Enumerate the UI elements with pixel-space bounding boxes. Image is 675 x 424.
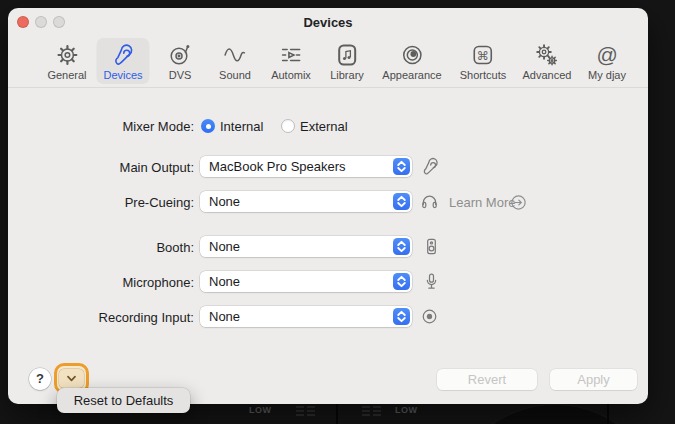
headphones-icon: [420, 192, 439, 211]
booth-label: Booth:: [156, 240, 194, 255]
command-key-icon: ⌘: [470, 42, 496, 68]
pre-cueing-select[interactable]: None: [200, 191, 412, 212]
svg-text:⌘: ⌘: [477, 49, 489, 63]
tab-label: Sound: [219, 69, 251, 81]
selected-value: None: [209, 306, 240, 327]
tab-label: Appearance: [382, 69, 441, 81]
appearance-eye-icon: [399, 42, 425, 68]
speaker-horn-icon: [110, 42, 136, 68]
main-output-select[interactable]: MacBook Pro Speakers: [200, 156, 412, 177]
eq-low-label: LOW: [249, 405, 272, 415]
main-output-label: Main Output:: [120, 160, 194, 175]
jog-wheel-arc: [455, 404, 655, 424]
menu-item-reset-to-defaults[interactable]: Reset to Defaults: [57, 388, 190, 413]
booth-select[interactable]: None: [200, 236, 412, 257]
microphone-label: Microphone:: [122, 275, 194, 290]
screen: LOW LOW Devices General: [0, 0, 675, 424]
stepper-chevrons-icon[interactable]: [393, 238, 410, 255]
tab-advanced[interactable]: Advanced: [516, 38, 579, 84]
tab-devices[interactable]: Devices: [96, 38, 149, 84]
tab-label: General: [47, 69, 86, 81]
learn-more-link[interactable]: Learn More: [449, 195, 515, 210]
booth-speaker-icon: [422, 237, 441, 256]
stepper-chevrons-icon[interactable]: [393, 158, 410, 175]
tab-appearance[interactable]: Appearance: [375, 38, 448, 84]
revert-button[interactable]: Revert: [437, 369, 537, 390]
microphone-icon: [422, 272, 441, 291]
radio-internal-label: Internal: [220, 119, 263, 134]
music-note-icon: [334, 42, 360, 68]
recording-input-label: Recording Input:: [99, 310, 194, 325]
tab-automix[interactable]: Automix: [264, 38, 318, 84]
arrow-right-circle-icon[interactable]: [511, 195, 526, 210]
turntable-icon: [167, 42, 193, 68]
tab-library[interactable]: Library: [323, 38, 371, 84]
stepper-chevrons-icon[interactable]: [393, 193, 410, 210]
apply-button[interactable]: Apply: [550, 369, 637, 390]
automix-playlist-icon: [278, 42, 304, 68]
preferences-window: Devices General Devices: [8, 8, 648, 404]
tab-sound[interactable]: Sound: [212, 38, 258, 84]
toolbar-divider: [8, 87, 648, 88]
chevron-down-icon: [65, 372, 78, 385]
tab-dvs[interactable]: DVS: [160, 38, 200, 84]
radio-internal[interactable]: [201, 119, 215, 133]
sine-wave-icon: [222, 42, 248, 68]
record-input-icon: [420, 307, 439, 326]
recording-input-select[interactable]: None: [200, 306, 412, 327]
help-button[interactable]: ?: [29, 368, 51, 390]
tab-label: Devices: [103, 69, 142, 81]
gear-icon: [54, 42, 80, 68]
radio-external[interactable]: [281, 119, 295, 133]
stepper-chevrons-icon[interactable]: [393, 308, 410, 325]
deck-divider: [607, 404, 609, 424]
pre-cueing-label: Pre-Cueing:: [125, 195, 194, 210]
tab-shortcuts[interactable]: ⌘ Shortcuts: [453, 38, 513, 84]
microphone-select[interactable]: None: [200, 271, 412, 292]
tab-label: Automix: [271, 69, 311, 81]
deck-divider: [336, 404, 338, 424]
reset-chevron-button[interactable]: [59, 369, 84, 388]
tab-label: Advanced: [523, 69, 572, 81]
selected-value: MacBook Pro Speakers: [209, 156, 346, 177]
tab-label: Library: [330, 69, 364, 81]
stepper-chevrons-icon[interactable]: [393, 273, 410, 290]
window-title: Devices: [8, 15, 648, 30]
eq-low-label: LOW: [395, 405, 418, 415]
speaker-horn-icon: [420, 156, 441, 177]
eq-lines-icon: [296, 406, 315, 416]
tab-my-djay[interactable]: @ My djay: [581, 38, 633, 84]
tab-label: Shortcuts: [460, 69, 506, 81]
eq-lines-icon: [362, 406, 381, 416]
tab-label: My djay: [588, 69, 626, 81]
selected-value: None: [209, 191, 240, 212]
selected-value: None: [209, 236, 240, 257]
double-gear-icon: [534, 42, 560, 68]
radio-external-label: External: [300, 119, 348, 134]
tab-label: DVS: [169, 69, 192, 81]
at-sign-icon: @: [594, 42, 620, 68]
selected-value: None: [209, 271, 240, 292]
tab-general[interactable]: General: [40, 38, 93, 84]
mixer-mode-label: Mixer Mode:: [122, 119, 194, 134]
svg-text:@: @: [596, 43, 617, 66]
